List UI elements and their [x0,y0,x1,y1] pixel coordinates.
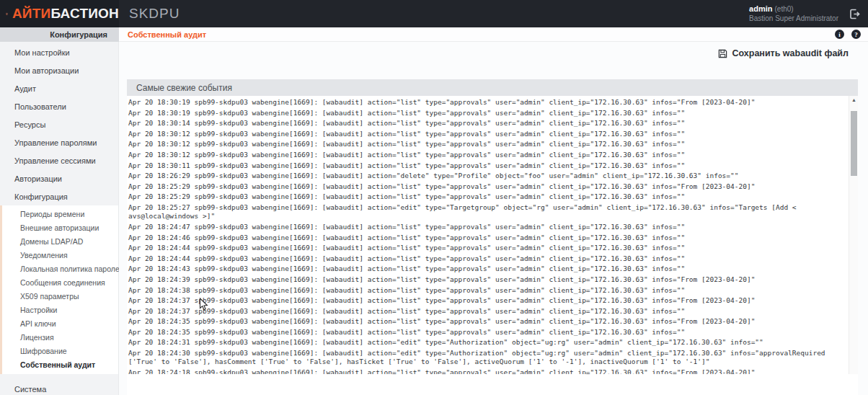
panel-title: Самые свежие события [127,79,858,96]
log-line: Apr 20 18:25:29 spb99-skdpu03 wabengine[… [128,192,842,201]
help-icon[interactable]: ? [851,30,861,39]
brand-primary: АЙТИ [12,6,50,21]
user-block: admin (eth0) Bastion Super Administrator [749,4,838,23]
sidebar-item-resources[interactable]: Ресурсы [0,115,118,133]
log-line: Apr 20 18:24:44 spb99-skdpu03 wabengine[… [128,244,842,252]
crumb-icons: i ? [835,30,868,39]
breadcrumb-section-cell: Конфигурация [0,27,119,42]
audit-log-viewport[interactable]: Apr 20 18:30:19 spb99-skdpu03 wabengine[… [127,96,858,374]
log-line: Apr 20 18:25:27 spb99-skdpu03 wabengine[… [128,203,842,221]
save-icon [718,49,727,58]
log-line: Apr 20 18:24:30 spb99-skdpu03 wabengine[… [128,349,842,367]
log-line: Apr 20 18:26:29 spb99-skdpu03 wabengine[… [128,172,842,180]
log-line: Apr 20 18:24:43 spb99-skdpu03 wabengine[… [128,265,842,273]
sidebar-item-system[interactable]: Система [0,380,118,395]
topbar-right: admin (eth0) Bastion Super Administrator [749,4,868,23]
sidebar-item-authorizations[interactable]: Авторизации [0,169,118,187]
sidebar-item-users[interactable]: Пользователи [0,97,118,115]
sidebar-item-session-management[interactable]: Управление сессиями [0,151,118,169]
main-content: Сохранить wabaudit файл Самые свежие соб… [119,42,868,395]
user-name: admin [749,4,772,13]
product-name: SKDPU [129,6,180,22]
subitem-settings[interactable]: Настройки [2,303,118,316]
log-line: Apr 20 18:24:37 spb99-skdpu03 wabengine[… [128,307,842,316]
log-line: Apr 20 18:24:44 spb99-skdpu03 wabengine[… [128,254,842,263]
log-line: Apr 20 18:30:12 spb99-skdpu03 wabengine[… [128,151,842,159]
subitem-x509-parameters[interactable]: X509 параметры [2,289,118,303]
brand-secondary: БАСТИОН [50,6,119,21]
log-scrollbar[interactable]: ▲ [849,96,858,374]
log-line: Apr 20 18:24:38 spb99-skdpu03 wabengine[… [128,286,842,295]
top-bar: АЙТИБАСТИОН SKDPU admin (eth0) Bastion S… [0,0,868,27]
log-line: Apr 20 18:24:39 spb99-skdpu03 wabengine[… [128,275,842,284]
sidebar-item-my-settings[interactable]: Мои настройки [0,43,118,61]
app-logo[interactable]: АЙТИБАСТИОН [0,0,119,27]
log-line: Apr 20 18:24:47 spb99-skdpu03 wabengine[… [128,223,842,231]
log-line: Apr 20 18:24:18 spb99-skdpu03 wabengine[… [128,368,842,374]
subitem-notifications[interactable]: Уведомления [2,248,118,262]
sidebar-item-audit[interactable]: Аудит [0,79,118,97]
log-line: Apr 20 18:30:12 spb99-skdpu03 wabengine[… [128,140,842,148]
scrollbar-thumb[interactable] [851,111,857,176]
save-button-label: Сохранить wabaudit файл [732,48,849,58]
sidebar-item-password-management[interactable]: Управление паролями [0,133,118,151]
latest-events-panel: Самые свежие события Apr 20 18:30:19 spb… [127,79,858,395]
scroll-up-icon[interactable]: ▲ [849,97,858,102]
info-icon[interactable]: i [835,30,844,39]
log-line: Apr 20 18:24:37 spb99-skdpu03 wabengine[… [128,296,842,305]
logout-icon [849,8,861,20]
subitem-encryption[interactable]: Шифрование [2,344,118,358]
log-line: Apr 20 18:24:31 spb99-skdpu03 wabengine[… [128,338,842,347]
save-wabaudit-button[interactable]: Сохранить wabaudit файл [718,48,849,58]
shield-logo-icon [6,4,8,24]
subitem-api-keys[interactable]: API ключи [2,316,118,330]
subitem-time-periods[interactable]: Периоды времени [2,207,118,221]
logout-button[interactable] [849,8,861,20]
log-line: Apr 20 18:30:11 spb99-skdpu03 wabengine[… [128,161,842,170]
user-interface: (eth0) [775,5,794,13]
sidebar-item-configuration[interactable]: Конфигурация [0,187,118,205]
sidebar: Мои настройки Мои авторизации Аудит Поль… [0,42,119,395]
log-line: Apr 20 18:24:46 spb99-skdpu03 wabengine[… [128,234,842,242]
subitem-connection-messages[interactable]: Сообщения соединения [2,275,118,289]
log-line: Apr 20 18:30:12 spb99-skdpu03 wabengine[… [128,130,842,138]
subitem-license[interactable]: Лицензия [2,330,118,344]
breadcrumb-page[interactable]: Собственный аудит [128,30,206,39]
subitem-local-password-policy[interactable]: Локальная политика паролей [2,262,118,275]
breadcrumb: Конфигурация Собственный аудит i ? [0,27,868,42]
user-role: Bastion Super Administrator [749,14,838,23]
configuration-submenu: Периоды времени Внешние авторизации Доме… [0,205,118,374]
subitem-external-authorizations[interactable]: Внешние авторизации [2,221,118,234]
log-line: Apr 20 18:24:35 spb99-skdpu03 wabengine[… [128,328,842,337]
log-line: Apr 20 18:24:35 spb99-skdpu03 wabengine[… [128,317,842,326]
log-line: Apr 20 18:30:14 spb99-skdpu03 wabengine[… [128,119,842,128]
subitem-ldap-ad-domains[interactable]: Домены LDAP/AD [2,234,118,248]
subitem-own-audit[interactable]: Собственный аудит [2,358,118,371]
brand-name: АЙТИБАСТИОН [12,6,119,22]
log-line: Apr 20 18:30:19 spb99-skdpu03 wabengine[… [128,98,842,107]
sidebar-item-my-authorizations[interactable]: Мои авторизации [0,61,118,79]
log-line: Apr 20 18:25:29 spb99-skdpu03 wabengine[… [128,182,842,191]
log-line: Apr 20 18:30:19 spb99-skdpu03 wabengine[… [128,109,842,117]
breadcrumb-section[interactable]: Конфигурация [50,30,107,39]
